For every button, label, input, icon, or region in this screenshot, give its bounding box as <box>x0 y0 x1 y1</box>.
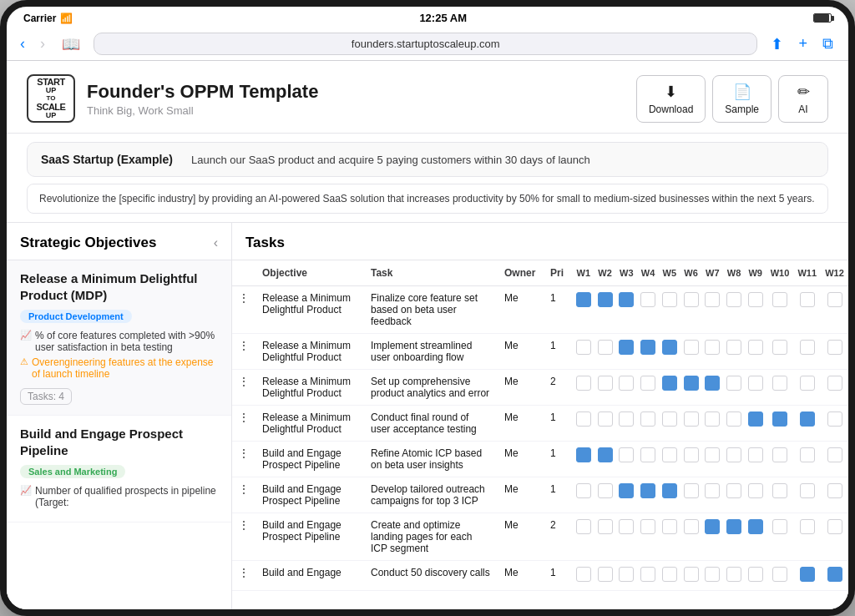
week-cell-8[interactable] <box>723 334 745 370</box>
week-cell-9[interactable] <box>745 442 766 477</box>
week-cell-5[interactable] <box>659 561 680 591</box>
drag-handle[interactable]: ⋮ <box>232 513 255 561</box>
week-cell-1[interactable] <box>573 286 594 334</box>
week-cell-1[interactable] <box>573 513 594 561</box>
week-cell-3[interactable] <box>615 286 637 334</box>
week-cell-9[interactable] <box>745 334 766 370</box>
week-cell-7[interactable] <box>701 442 723 477</box>
week-cell-8[interactable] <box>723 286 745 334</box>
week-cell-12[interactable] <box>821 477 848 513</box>
week-cell-5[interactable] <box>659 477 680 513</box>
week-cell-5[interactable] <box>659 513 680 561</box>
week-cell-7[interactable] <box>701 561 723 591</box>
week-cell-5[interactable] <box>659 370 680 406</box>
week-cell-7[interactable] <box>701 513 723 561</box>
week-cell-10[interactable] <box>766 334 794 370</box>
week-cell-7[interactable] <box>701 477 723 513</box>
week-cell-6[interactable] <box>680 477 702 513</box>
bookmarks-button[interactable]: 📖 <box>57 33 85 55</box>
week-cell-3[interactable] <box>615 406 637 442</box>
table-row[interactable]: ⋮Build and EngageConduct 50 discovery ca… <box>232 561 848 591</box>
week-cell-7[interactable] <box>701 406 723 442</box>
week-cell-10[interactable] <box>766 370 794 406</box>
week-cell-2[interactable] <box>594 513 616 561</box>
week-cell-4[interactable] <box>637 370 659 406</box>
table-row[interactable]: ⋮Release a Minimum Delightful ProductSet… <box>232 370 848 406</box>
week-cell-3[interactable] <box>615 442 637 477</box>
week-cell-8[interactable] <box>723 406 745 442</box>
week-cell-7[interactable] <box>701 286 723 334</box>
table-row[interactable]: ⋮Build and Engage Prospect PipelineDevel… <box>232 477 848 513</box>
week-cell-4[interactable] <box>637 286 659 334</box>
week-cell-5[interactable] <box>659 442 680 477</box>
week-cell-12[interactable] <box>821 561 848 591</box>
week-cell-7[interactable] <box>701 370 723 406</box>
share-button[interactable]: ⬆ <box>766 33 788 55</box>
week-cell-12[interactable] <box>821 286 848 334</box>
drag-handle[interactable]: ⋮ <box>232 334 255 370</box>
drag-handle[interactable]: ⋮ <box>232 477 255 513</box>
url-bar[interactable]: founders.startuptoscaleup.com <box>94 33 757 55</box>
week-cell-6[interactable] <box>680 406 702 442</box>
week-cell-8[interactable] <box>723 561 745 591</box>
week-cell-8[interactable] <box>723 477 745 513</box>
week-cell-8[interactable] <box>723 370 745 406</box>
week-cell-12[interactable] <box>821 406 848 442</box>
week-cell-9[interactable] <box>745 561 766 591</box>
week-cell-9[interactable] <box>745 370 766 406</box>
week-cell-6[interactable] <box>680 370 702 406</box>
forward-button[interactable]: › <box>37 33 48 54</box>
week-cell-10[interactable] <box>766 406 794 442</box>
week-cell-11[interactable] <box>793 513 821 561</box>
week-cell-11[interactable] <box>793 406 821 442</box>
back-button[interactable]: ‹ <box>17 33 28 54</box>
week-cell-2[interactable] <box>594 561 616 591</box>
week-cell-2[interactable] <box>594 442 616 477</box>
sidebar-item-obj2[interactable]: Build and Engage Prospect Pipeline Sales… <box>7 416 231 523</box>
new-tab-button[interactable]: + <box>793 33 812 54</box>
week-cell-10[interactable] <box>766 442 794 477</box>
week-cell-11[interactable] <box>793 286 821 334</box>
week-cell-8[interactable] <box>723 513 745 561</box>
week-cell-5[interactable] <box>659 334 680 370</box>
week-cell-12[interactable] <box>821 513 848 561</box>
table-row[interactable]: ⋮Release a Minimum Delightful ProductCon… <box>232 406 848 442</box>
week-cell-11[interactable] <box>793 334 821 370</box>
week-cell-11[interactable] <box>793 477 821 513</box>
drag-handle[interactable]: ⋮ <box>232 286 255 334</box>
week-cell-5[interactable] <box>659 286 680 334</box>
sample-button[interactable]: 📄 Sample <box>712 75 772 123</box>
week-cell-6[interactable] <box>680 561 702 591</box>
week-cell-11[interactable] <box>793 561 821 591</box>
week-cell-1[interactable] <box>573 334 594 370</box>
week-cell-1[interactable] <box>573 477 594 513</box>
drag-handle[interactable]: ⋮ <box>232 370 255 406</box>
tabs-button[interactable]: ⧉ <box>817 33 838 54</box>
week-cell-6[interactable] <box>680 442 702 477</box>
week-cell-11[interactable] <box>793 370 821 406</box>
week-cell-6[interactable] <box>680 286 702 334</box>
week-cell-4[interactable] <box>637 561 659 591</box>
week-cell-2[interactable] <box>594 477 616 513</box>
week-cell-10[interactable] <box>766 286 794 334</box>
week-cell-1[interactable] <box>573 442 594 477</box>
week-cell-6[interactable] <box>680 334 702 370</box>
week-cell-2[interactable] <box>594 370 616 406</box>
week-cell-4[interactable] <box>637 477 659 513</box>
week-cell-10[interactable] <box>766 561 794 591</box>
week-cell-12[interactable] <box>821 334 848 370</box>
table-row[interactable]: ⋮Build and Engage Prospect PipelineRefin… <box>232 442 848 477</box>
week-cell-3[interactable] <box>615 561 637 591</box>
drag-handle[interactable]: ⋮ <box>232 561 255 591</box>
table-row[interactable]: ⋮Release a Minimum Delightful ProductFin… <box>232 286 848 334</box>
week-cell-10[interactable] <box>766 477 794 513</box>
drag-handle[interactable]: ⋮ <box>232 442 255 477</box>
week-cell-9[interactable] <box>745 513 766 561</box>
week-cell-1[interactable] <box>573 406 594 442</box>
week-cell-2[interactable] <box>594 286 616 334</box>
week-cell-4[interactable] <box>637 334 659 370</box>
week-cell-12[interactable] <box>821 442 848 477</box>
week-cell-5[interactable] <box>659 406 680 442</box>
week-cell-2[interactable] <box>594 406 616 442</box>
week-cell-11[interactable] <box>793 442 821 477</box>
